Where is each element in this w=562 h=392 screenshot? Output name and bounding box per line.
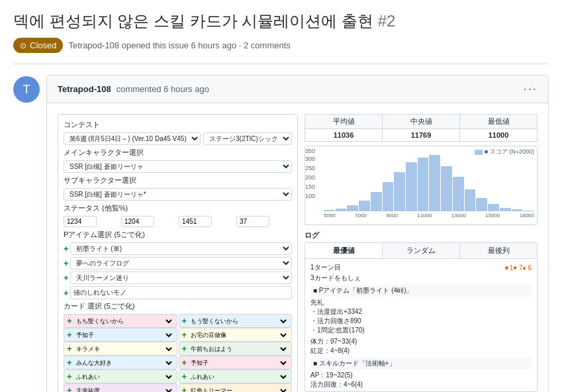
x-label-start: 5000 xyxy=(324,213,336,219)
comment-author[interactable]: Tetrapod-108 xyxy=(58,84,111,94)
card-add-r2[interactable]: + xyxy=(182,330,187,340)
status-label: ステータス (他覧%) xyxy=(64,203,292,213)
avatar: T xyxy=(13,76,40,103)
card-add-l4[interactable]: + xyxy=(67,358,72,368)
x-label-mid1: 7000 xyxy=(355,213,367,219)
p-item-select-1[interactable]: 初墨ライト (単) xyxy=(70,242,292,255)
chart-bar-11 xyxy=(453,177,464,211)
card-select-r3[interactable]: 午前ちおはよう xyxy=(188,345,289,353)
card-add-r5[interactable]: + xyxy=(182,371,187,381)
log-entry-1: 3カードをもしぇ xyxy=(310,273,532,283)
comment-menu-button[interactable]: ··· xyxy=(524,82,538,96)
comment-header: Tetrapod-108 commented 6 hours ago ··· xyxy=(47,75,548,103)
card-add-r6[interactable]: + xyxy=(182,385,187,392)
season-select[interactable]: 第6週 (8月5日4日～) (Ver.10 Da45 V45) xyxy=(64,132,201,145)
p-item-add-2[interactable]: + xyxy=(64,258,69,268)
main-char-label: メインキャラクター選択 xyxy=(64,148,292,158)
card-select-l4[interactable]: みんな大好き xyxy=(73,359,174,367)
status-input-3[interactable] xyxy=(179,216,212,227)
chart-bar-8 xyxy=(418,158,429,211)
card-right-6: + 紅色トリーマー xyxy=(179,383,293,392)
log-tab-random[interactable]: ランダム xyxy=(383,243,460,258)
status-input-4[interactable] xyxy=(236,216,269,227)
comment-header-left: Tetrapod-108 commented 6 hours ago xyxy=(58,84,209,94)
y-label-300: 300 xyxy=(305,156,315,162)
card-add-r4[interactable]: + xyxy=(182,358,187,368)
x-label-mid2: 9000 xyxy=(386,213,398,219)
stat-val-1: 11036 xyxy=(305,129,383,142)
log-turn-1-header: 1ターン目 ★1♥ 7♦ 6 xyxy=(310,263,532,272)
card-left-5: + ふれあい xyxy=(64,369,177,383)
chart-bar-5 xyxy=(383,182,394,211)
card-select-r1[interactable]: もう堅くないから xyxy=(188,317,289,325)
card-add-r1[interactable]: + xyxy=(182,316,187,326)
sub-char-label: サブキャラクター選択 xyxy=(64,175,292,185)
card-left-1: + もち堅くないから xyxy=(64,314,177,328)
x-label-mid4: 13000 xyxy=(451,213,466,219)
y-label-150: 150 xyxy=(305,183,315,190)
chart-bar-17 xyxy=(523,211,534,211)
cards-left-col: + もち堅くないから + 予知子 + キラメキ xyxy=(64,314,177,392)
card-select-l5[interactable]: ふれあい xyxy=(73,373,174,381)
page-wrapper: 덱에 편성되지 않은 스킬 카드가 시뮬레이션에 출현 #2 ⊙ Closed … xyxy=(0,0,562,392)
y-label-200: 200 xyxy=(305,174,315,181)
comment-time: commented 6 hours ago xyxy=(117,84,209,94)
chart-bar-6 xyxy=(394,172,405,211)
card-select-r4[interactable]: 予知子 xyxy=(188,359,289,367)
season-row: 第6週 (8月5日4日～) (Ver.10 Da45 V45) ステージ3(2T… xyxy=(64,132,292,145)
status-input-2[interactable] xyxy=(121,216,154,227)
stats-table: 平均値 中央値 最低値 11036 11769 1100 xyxy=(304,114,538,142)
y-label-250: 250 xyxy=(305,165,315,172)
stage-select[interactable]: ステージ3(2TIC)シック xyxy=(203,132,292,145)
log-section-skill: ■ スキルカード「法術軸+」 xyxy=(310,358,532,369)
log-turn-1-icons: ★1♥ 7♦ 6 xyxy=(504,264,532,271)
stat-header-2: 中央値 xyxy=(383,115,460,129)
special-add[interactable]: + xyxy=(64,288,69,298)
card-select-l6[interactable]: 主幸祐度 xyxy=(73,387,174,392)
special-row: + 値のしれないモノ xyxy=(64,286,292,299)
status-input-1[interactable] xyxy=(64,216,97,227)
chart-bar-10 xyxy=(441,166,452,211)
log-turn-1-label: 1ターン目 xyxy=(310,263,341,272)
issue-number: #2 xyxy=(378,12,396,30)
card-select-l3[interactable]: キラメキ xyxy=(73,345,174,353)
chart-bar-3 xyxy=(359,201,370,212)
card-add-l5[interactable]: + xyxy=(67,371,72,381)
stat-header-1: 平均値 xyxy=(305,115,383,129)
chart-bar-13 xyxy=(476,198,487,211)
p-item-select-3[interactable]: 天川ラーメン迷り xyxy=(70,271,292,284)
issue-meta-text: Tetrapod-108 opened this issue 6 hours a… xyxy=(68,40,290,50)
card-select-l1[interactable]: もち堅くないから xyxy=(73,317,174,325)
card-add-l1[interactable]: + xyxy=(67,316,72,326)
card-select-l2[interactable]: 予知子 xyxy=(73,331,174,339)
log-entry-4: AP：19~32(5) 活力回復：4~6(4) xyxy=(310,371,532,389)
card-select-r6[interactable]: 紅色トリーマー xyxy=(188,387,289,392)
p-item-select-2[interactable]: 夢へのライフログ xyxy=(70,257,292,270)
main-char-select[interactable]: SSR [白槻] 蒼姫リーリャ xyxy=(64,160,292,173)
issue-title: 덱에 편성되지 않은 스킬 카드가 시뮬레이션에 출현 #2 xyxy=(13,11,549,31)
card-select-r2[interactable]: お宅の豆做像 xyxy=(188,331,289,339)
log-content: 1ターン目 ★1♥ 7♦ 6 3カードをもしぇ ■ Pアイテム「初墨ライト (4… xyxy=(305,259,537,391)
comment-body-outer: Tetrapod-108 commented 6 hours ago ··· コ… xyxy=(46,75,549,392)
status-grid xyxy=(64,216,292,227)
issue-meta-row: ⊙ Closed Tetrapod-108 opened this issue … xyxy=(13,38,549,53)
log-section-pitem: ■ Pアイテム「初墨ライト (4峠)」 xyxy=(310,285,532,297)
card-add-l3[interactable]: + xyxy=(67,344,72,354)
card-add-r3[interactable]: + xyxy=(182,344,187,354)
sub-char-row: SSR [白槻] 蒼姫リーリャ* xyxy=(64,188,292,201)
chart-bar-9 xyxy=(429,155,440,211)
p-item-add-3[interactable]: + xyxy=(64,273,69,283)
card-select-r5[interactable]: ふれあい xyxy=(188,373,289,381)
card-left-6: + 主幸祐度 xyxy=(64,383,177,392)
card-add-l2[interactable]: + xyxy=(67,330,72,340)
y-label-100: 100 xyxy=(305,193,315,199)
chart-bar-15 xyxy=(500,208,511,212)
p-item-row-2: + 夢へのライフログ xyxy=(64,257,292,270)
log-tab-last[interactable]: 最後列 xyxy=(460,243,537,258)
p-item-add-1[interactable]: + xyxy=(64,244,69,254)
card-add-l6[interactable]: + xyxy=(67,385,72,392)
sub-char-select[interactable]: SSR [白槻] 蒼姫リーリャ* xyxy=(64,188,292,201)
simulator-container: コンテスト 第6週 (8月5日4日～) (Ver.10 Da45 V45) ステ… xyxy=(58,114,538,392)
card-right-3: + 午前ちおはよう xyxy=(179,342,293,356)
log-tab-best[interactable]: 最優値 xyxy=(305,243,383,258)
